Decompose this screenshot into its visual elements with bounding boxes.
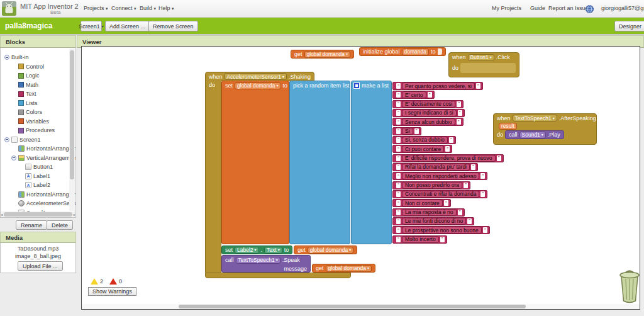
globe-icon[interactable] (586, 4, 594, 16)
remove-screen-button[interactable]: Remove Screen (148, 21, 198, 31)
set-component-property-block[interactable]: set Label2▾ . Text▾ to (221, 245, 292, 254)
tree-item-colors[interactable]: Colors (18, 108, 42, 116)
when-accelerometer-shaking-header[interactable]: when AccelerometerSensor1▾ .Shaking (205, 72, 314, 81)
string-value[interactable]: Concentrati e rifai la domanda (402, 191, 479, 198)
set-global-variable-block[interactable]: set global domanda▾ to (221, 81, 289, 244)
tree-item-accelerometersensor1[interactable]: AccelerometerSensor1 (18, 199, 76, 208)
component-chip[interactable]: TextToSpeech1▾ (513, 115, 557, 121)
delete-button[interactable]: Delete (47, 220, 73, 230)
link-my-projects[interactable]: My Projects (492, 5, 521, 11)
tree-item-lists[interactable]: Lists (18, 99, 38, 108)
text-string-block[interactable]: “Concentrati e rifai la domanda” (392, 190, 487, 198)
variable-chip[interactable]: global domanda▾ (304, 51, 351, 58)
string-value[interactable]: Molto incerto (402, 236, 439, 243)
property-chip[interactable]: Text▾ (264, 247, 282, 254)
string-value[interactable]: E' difficile rispondere, prova di nuovo (402, 155, 496, 162)
menu-projects[interactable]: Projects ▾ (84, 5, 108, 11)
text-string-block[interactable]: “I segni indicano di si” (392, 109, 465, 117)
text-string-block[interactable]: “Rifai la domanda piu' tardi” (392, 163, 478, 171)
tree-item-verticalarrangement1[interactable]: VerticalArrangement1 (11, 154, 76, 162)
when-accelerometer-do-column[interactable]: do (205, 81, 221, 273)
canvas-horizontal-scrollbar[interactable] (82, 304, 640, 309)
scroll-right-arrow-icon[interactable]: ▸ (74, 212, 75, 217)
text-string-block[interactable]: “E' certo” (392, 91, 435, 99)
when-button-click-block[interactable]: when Button1▾ .Click do (448, 52, 519, 77)
tree-item-label1[interactable]: ALabel1 (25, 172, 50, 181)
tree-item-control[interactable]: Control (18, 62, 44, 71)
component-chip[interactable]: AccelerometerSensor1▾ (225, 73, 287, 80)
tree-item-horizontalarrangemer[interactable]: HorizontalArrangemer (18, 144, 76, 153)
link-guide[interactable]: Guide (530, 5, 545, 11)
variable-chip[interactable]: global domanda▾ (326, 265, 372, 272)
string-value[interactable]: Meglio non risponderti adesso (402, 172, 479, 179)
string-value[interactable]: E' certo (402, 91, 426, 98)
string-value[interactable]: E' decisamente cosi (402, 101, 455, 108)
tree-item-variables[interactable]: Variables (18, 117, 49, 126)
upload-file-button[interactable]: Upload File ... (18, 261, 63, 271)
text-string-block[interactable]: “Le mie fonti dicono di no” (392, 217, 474, 225)
scroll-left-arrow-icon[interactable]: ◂ (1, 212, 3, 217)
get-variable-block[interactable]: get global domanda▾ (291, 50, 354, 59)
tree-item-label2[interactable]: ALabel2 (25, 181, 50, 189)
text-string-block[interactable]: “E' difficile rispondere, prova di nuovo… (392, 154, 504, 162)
text-string-block[interactable]: “Non ci contare” (392, 199, 451, 207)
tree-item-horizontalarrangemer[interactable]: HorizontalArrangemer (18, 190, 76, 199)
text-string-block[interactable]: “Le prospettive non sono buone” (392, 226, 490, 234)
tree-item-texttospeech1[interactable]: TextToSpeech1 (18, 217, 65, 218)
text-string-block[interactable]: “Per quanto posso vedere, si” (392, 82, 483, 90)
text-string-block[interactable]: “La mia risposta è no” (392, 208, 465, 217)
blocks-canvas[interactable]: get global domanda▾ initialize global do… (81, 46, 640, 310)
tree-item-screen1[interactable]: Screen1 (4, 135, 41, 144)
string-value[interactable]: Per quanto posso vedere, si (402, 82, 475, 89)
text-string-block[interactable]: “Molto incerto” (392, 235, 447, 244)
collapse-icon[interactable] (11, 155, 16, 161)
string-value[interactable]: Le prospettive non sono buone (402, 227, 482, 234)
user-email[interactable]: giorgiogalli57@gmail. (601, 5, 644, 11)
tree-item-procedures[interactable]: Procedures (18, 126, 55, 135)
call-sound-play-block[interactable]: call Sound1▾ .Play (505, 130, 564, 139)
string-value[interactable]: Ci puoi contare (402, 145, 444, 152)
tree-vertical-scrollbar[interactable] (69, 48, 75, 211)
component-chip[interactable]: Button1▾ (468, 54, 494, 61)
when-accelerometer-footer[interactable] (205, 273, 351, 278)
add-screen-button[interactable]: Add Screen ... (105, 21, 150, 31)
value-socket[interactable] (438, 48, 442, 55)
text-string-block[interactable]: “Ci puoi contare” (392, 145, 452, 153)
tree-item-math[interactable]: Math (18, 81, 38, 89)
get-variable-block[interactable]: get global domanda▾ (312, 264, 375, 273)
collapse-icon[interactable] (4, 55, 9, 60)
tree-item-button1[interactable]: Button1 (25, 162, 53, 171)
string-value[interactable]: Non posso predirlo ora (402, 182, 462, 189)
when-tts-afterspeaking-block[interactable]: when TextToSpeech1▾ .AfterSpeaking resul… (493, 113, 597, 145)
rename-button[interactable]: Rename (16, 220, 47, 230)
call-speak-block[interactable]: call TextToSpeech1▾ .Speak message (221, 255, 311, 273)
component-chip[interactable]: Sound1▾ (519, 132, 546, 138)
tree-horizontal-scrollbar[interactable]: ◂▸ (1, 212, 75, 217)
variable-chip[interactable]: global domanda▾ (308, 247, 354, 254)
text-string-block[interactable]: “E' decisamente cosi” (392, 100, 464, 108)
pick-random-item-block[interactable]: pick a random item list (289, 81, 350, 244)
menu-connect[interactable]: Connect ▾ (111, 5, 136, 11)
link-report-an-issue[interactable]: Report an Issue (548, 5, 589, 11)
initialize-global-block[interactable]: initialize global domanda to (359, 47, 446, 56)
make-a-list-block[interactable]: make a list (351, 81, 392, 244)
string-value[interactable]: Non ci contare (402, 200, 443, 206)
string-value[interactable]: Rifai la domanda piu' tardi (402, 164, 470, 171)
event-parameter-chip[interactable]: result (499, 123, 517, 130)
menu-build[interactable]: Build ▾ (140, 5, 156, 11)
variable-chip[interactable]: global domanda▾ (235, 82, 281, 89)
string-value[interactable]: Si, senza dubbio (402, 137, 448, 144)
collapse-icon[interactable] (4, 137, 9, 142)
string-value[interactable]: Si (402, 128, 413, 135)
text-string-block[interactable]: “Si, senza dubbio” (392, 136, 456, 144)
get-variable-block[interactable]: get global domanda▾ (294, 245, 357, 254)
string-value[interactable]: Le mie fonti dicono di no (402, 218, 466, 225)
text-string-block[interactable]: “Meglio non risponderti adesso” (392, 172, 487, 180)
text-string-block[interactable]: “Non posso predirlo ora” (392, 181, 470, 189)
media-file[interactable]: image_8_ball.jpeg (1, 253, 75, 259)
string-value[interactable]: Senza alcun dubbio (402, 118, 455, 125)
text-string-block[interactable]: “Si” (392, 127, 421, 135)
empty-do-socket[interactable] (460, 63, 516, 73)
trash-icon[interactable] (617, 268, 642, 306)
component-chip[interactable]: TextToSpeech1▾ (236, 257, 280, 264)
